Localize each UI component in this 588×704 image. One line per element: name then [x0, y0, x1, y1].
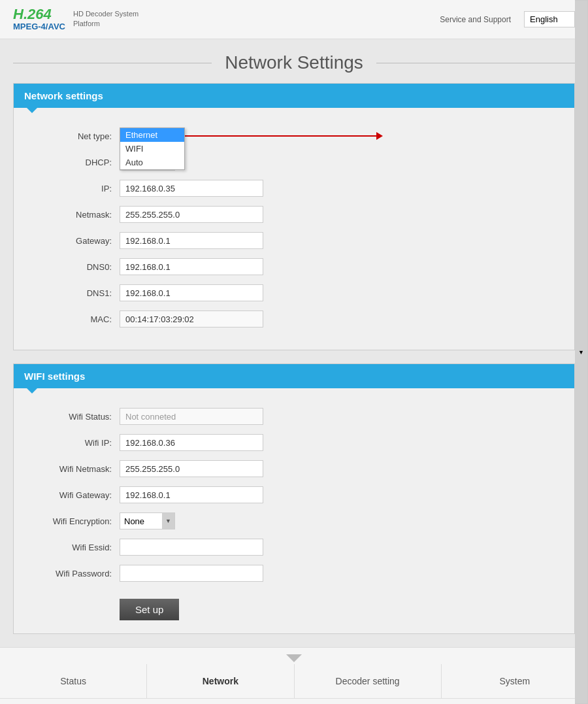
network-settings-panel: Network settings Net type: Ethernet WIFI…: [13, 83, 575, 350]
wifi-settings-body: Wifi Status: Wifi IP: Wifi Netmask: Wifi…: [14, 388, 574, 633]
dropdown-option-ethernet[interactable]: Ethernet: [120, 128, 184, 142]
logo-area: H.264 MPEG-4/AVC HD Decoder System Platf…: [13, 7, 139, 31]
net-type-dropdown-popup[interactable]: Ethernet WIFI Auto: [120, 127, 185, 170]
wifi-settings-header: WIFI settings: [14, 364, 574, 388]
wifi-netmask-row: Wifi Netmask:: [27, 460, 561, 477]
dns0-input[interactable]: [120, 258, 263, 275]
logo-subtitle: HD Decoder System Platform: [73, 9, 139, 29]
logo-h264: H.264: [13, 7, 65, 22]
wifi-encryption-label: Wifi Encryption:: [27, 516, 112, 526]
wifi-gateway-input[interactable]: [120, 486, 263, 503]
gateway-label: Gateway:: [27, 236, 112, 246]
service-support-link[interactable]: Service and Support: [440, 15, 511, 24]
mac-input[interactable]: [120, 310, 263, 327]
net-type-row: Net type: Ethernet WIFI Auto ▼ Ethernet …: [27, 127, 561, 144]
page-title-bar: Network Settings: [0, 39, 588, 83]
dns1-row: DNS1:: [27, 284, 561, 301]
wifi-gateway-label: Wifi Gateway:: [27, 490, 112, 500]
dropdown-option-wifi[interactable]: WIFI: [120, 142, 184, 156]
network-settings-header: Network settings: [14, 84, 574, 108]
wifi-status-row: Wifi Status:: [27, 408, 561, 425]
dns1-input[interactable]: [120, 284, 263, 301]
net-type-label: Net type:: [27, 131, 112, 141]
setup-button-row: Set up: [27, 592, 561, 620]
logo: H.264 MPEG-4/AVC: [13, 7, 65, 31]
mac-label: MAC:: [27, 314, 112, 324]
wifi-gateway-row: Wifi Gateway:: [27, 486, 561, 503]
mac-row: MAC:: [27, 310, 561, 327]
footer-nav-items: Status Network Decoder setting System: [0, 664, 588, 699]
language-selector-wrap: English Chinese ▼: [524, 11, 575, 27]
wifi-ip-row: Wifi IP:: [27, 434, 561, 451]
wifi-encryption-select[interactable]: None WEP WPA WPA2: [120, 512, 175, 529]
network-settings-body: Net type: Ethernet WIFI Auto ▼ Ethernet …: [14, 108, 574, 350]
netmask-row: Netmask:: [27, 206, 561, 223]
wifi-password-label: Wifi Password:: [27, 569, 112, 578]
ip-row: IP:: [27, 180, 561, 197]
wifi-essid-label: Wifi Essid:: [27, 543, 112, 552]
language-select[interactable]: English Chinese: [524, 11, 575, 27]
wifi-essid-row: Wifi Essid:: [27, 539, 561, 556]
wifi-ip-input[interactable]: [120, 434, 263, 451]
footer-triangle-indicator: [0, 654, 588, 664]
footer-nav-system[interactable]: System: [442, 664, 588, 698]
setup-button[interactable]: Set up: [120, 599, 179, 620]
wifi-netmask-input[interactable]: [120, 460, 263, 477]
wifi-encryption-select-wrap: None WEP WPA WPA2 ▼: [120, 512, 175, 529]
wifi-status-input: [120, 408, 263, 425]
dns0-row: DNS0:: [27, 258, 561, 275]
netmask-label: Netmask:: [27, 210, 112, 220]
app-header: H.264 MPEG-4/AVC HD Decoder System Platf…: [0, 0, 588, 39]
net-type-select-wrap: Ethernet WIFI Auto ▼ Ethernet WIFI Auto: [120, 127, 175, 144]
wifi-encryption-row: Wifi Encryption: None WEP WPA WPA2 ▼: [27, 512, 561, 529]
arrow-head: [376, 132, 383, 140]
footer-nav-network[interactable]: Network: [147, 664, 294, 698]
gateway-row: Gateway:: [27, 232, 561, 249]
footer-copyright: HD ENCODER CONFIGURATION PLATFORM: [0, 699, 588, 704]
wifi-essid-input[interactable]: [120, 539, 263, 556]
triangle-icon: [286, 654, 302, 662]
logo-mpeg: MPEG-4/AVC: [13, 22, 65, 31]
wifi-netmask-label: Wifi Netmask:: [27, 464, 112, 474]
header-right: Service and Support English Chinese ▼: [440, 11, 575, 27]
page-title: Network Settings: [225, 52, 363, 73]
main-content: Network settings Net type: Ethernet WIFI…: [0, 83, 588, 647]
footer-nav-status[interactable]: Status: [0, 664, 147, 698]
ip-input[interactable]: [120, 180, 263, 197]
wifi-settings-panel: WIFI settings Wifi Status: Wifi IP: Wifi…: [13, 363, 575, 634]
wifi-status-label: Wifi Status:: [27, 412, 112, 422]
dhcp-label: DHCP:: [27, 158, 112, 167]
dns0-label: DNS0:: [27, 262, 112, 272]
dns1-label: DNS1:: [27, 288, 112, 298]
wifi-password-input[interactable]: [120, 565, 263, 582]
wifi-password-row: Wifi Password:: [27, 565, 561, 582]
dropdown-option-auto[interactable]: Auto: [120, 156, 184, 169]
netmask-input[interactable]: [120, 206, 263, 223]
footer-nav-decoder-setting[interactable]: Decoder setting: [295, 664, 442, 698]
ip-label: IP:: [27, 184, 112, 193]
gateway-input[interactable]: [120, 232, 263, 249]
footer-nav: Status Network Decoder setting System HD…: [0, 647, 588, 704]
wifi-ip-label: Wifi IP:: [27, 438, 112, 448]
dhcp-row: DHCP: Disable Enable ▼: [27, 154, 561, 171]
